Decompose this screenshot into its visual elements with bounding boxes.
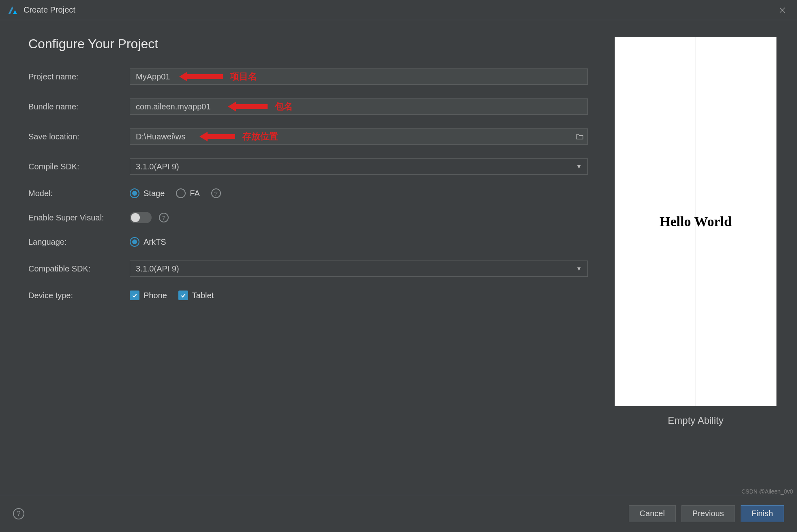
enable-super-visual-help-button[interactable]: ? xyxy=(159,213,169,222)
model-radio-fa[interactable]: FA xyxy=(176,188,199,198)
radio-selected-icon xyxy=(130,188,139,198)
browse-folder-button[interactable] xyxy=(576,133,584,140)
folder-icon xyxy=(576,133,584,140)
page-title: Configure Your Project xyxy=(28,36,594,51)
previous-button[interactable]: Previous xyxy=(681,505,735,522)
checkbox-checked-icon xyxy=(178,291,188,300)
close-icon xyxy=(779,6,786,14)
radio-unselected-icon xyxy=(176,188,186,198)
model-radio-stage[interactable]: Stage xyxy=(130,188,165,198)
model-help-button[interactable]: ? xyxy=(211,188,221,198)
chevron-down-icon: ▼ xyxy=(576,163,582,170)
footer-help-button[interactable]: ? xyxy=(13,508,24,519)
create-project-window: Create Project Configure Your Project Pr… xyxy=(0,0,797,532)
save-location-input[interactable] xyxy=(130,128,588,145)
project-name-input[interactable] xyxy=(130,68,588,85)
radio-selected-icon xyxy=(130,237,139,247)
enable-super-visual-label: Enable Super Visual: xyxy=(28,213,130,222)
model-label: Model: xyxy=(28,189,130,198)
watermark: CSDN @Aileen_0v0 xyxy=(741,488,793,495)
device-type-check-tablet[interactable]: Tablet xyxy=(178,291,214,300)
compile-sdk-label: Compile SDK: xyxy=(28,162,130,171)
app-logo-icon xyxy=(6,4,18,16)
project-name-label: Project name: xyxy=(28,72,130,81)
save-location-label: Save location: xyxy=(28,132,130,141)
chevron-down-icon: ▼ xyxy=(576,265,582,272)
device-type-phone-label: Phone xyxy=(144,291,167,300)
preview-caption: Empty Ability xyxy=(668,415,723,426)
svg-marker-0 xyxy=(9,6,13,14)
compatible-sdk-label: Compatible SDK: xyxy=(28,264,130,273)
bundle-name-label: Bundle name: xyxy=(28,102,130,111)
model-option-stage-label: Stage xyxy=(144,189,165,198)
finish-button[interactable]: Finish xyxy=(741,505,784,522)
checkbox-checked-icon xyxy=(130,291,139,300)
compile-sdk-select[interactable]: 3.1.0(API 9) ▼ xyxy=(130,158,588,175)
compatible-sdk-value: 3.1.0(API 9) xyxy=(136,264,179,273)
enable-super-visual-toggle[interactable] xyxy=(130,212,152,223)
language-option-arkts-label: ArkTS xyxy=(144,237,166,247)
close-button[interactable] xyxy=(774,2,791,18)
language-radio-arkts[interactable]: ArkTS xyxy=(130,237,166,247)
titlebar-title: Create Project xyxy=(24,5,774,15)
svg-marker-1 xyxy=(13,10,17,14)
device-type-tablet-label: Tablet xyxy=(192,291,214,300)
device-type-check-phone[interactable]: Phone xyxy=(130,291,167,300)
cancel-button[interactable]: Cancel xyxy=(629,505,676,522)
device-type-label: Device type: xyxy=(28,291,130,300)
titlebar: Create Project xyxy=(0,0,797,20)
template-preview: Hello World xyxy=(615,37,777,406)
compile-sdk-value: 3.1.0(API 9) xyxy=(136,162,179,171)
dialog-footer: ? Cancel Previous Finish xyxy=(0,495,797,532)
language-label: Language: xyxy=(28,237,130,247)
bundle-name-input[interactable] xyxy=(130,98,588,115)
compatible-sdk-select[interactable]: 3.1.0(API 9) ▼ xyxy=(130,261,588,277)
model-option-fa-label: FA xyxy=(190,189,199,198)
